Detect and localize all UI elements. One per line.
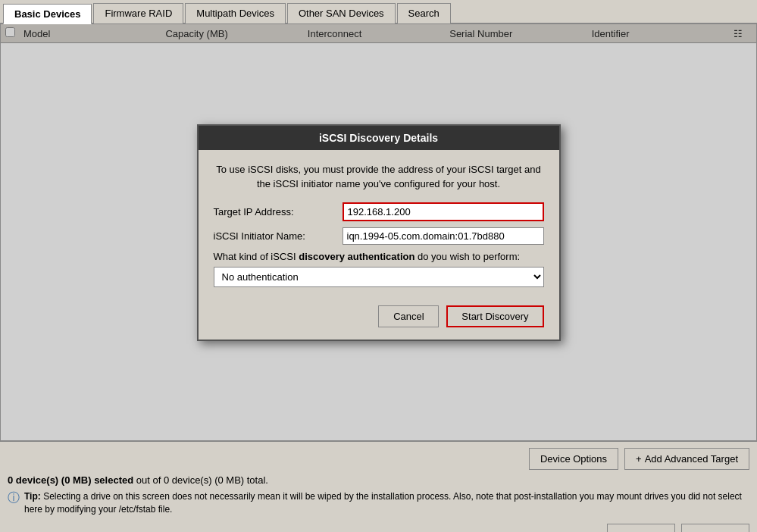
tab-multipath-devices[interactable]: Multipath Devices: [185, 3, 286, 23]
tab-other-san-devices[interactable]: Other SAN Devices: [287, 3, 396, 23]
target-ip-input[interactable]: [343, 202, 544, 221]
status-selected: 0 device(s) (0 MB) selected: [8, 474, 133, 486]
modal-body: To use iSCSI disks, you must provide the…: [199, 150, 559, 340]
bottom-top-row: Device Options + Add Advanced Target: [8, 448, 749, 470]
tip-icon: ⓘ: [8, 490, 20, 506]
tab-bar: Basic Devices Firmware RAID Multipath De…: [0, 0, 757, 24]
status-total: out of 0 device(s) (0 MB) total.: [133, 474, 268, 486]
tab-basic-devices[interactable]: Basic Devices: [3, 4, 92, 24]
initiator-name-input[interactable]: [343, 227, 544, 245]
modal-title: iSCSI Discovery Details: [199, 126, 559, 150]
tip-row: ⓘ Tip: Selecting a drive on this screen …: [8, 490, 749, 516]
nav-buttons: ◀ Back Next ▶: [8, 524, 749, 532]
initiator-name-row: iSCSI Initiator Name:: [214, 227, 544, 245]
auth-select[interactable]: No authentication CHAP authentication Re…: [214, 267, 544, 287]
target-ip-row: Target IP Address:: [214, 202, 544, 221]
back-button[interactable]: ◀ Back: [607, 524, 675, 532]
next-button[interactable]: Next ▶: [681, 524, 749, 532]
modal-buttons: Cancel Start Discovery: [214, 299, 544, 327]
back-arrow-icon: ◀: [624, 530, 632, 532]
add-advanced-target-button[interactable]: + Add Advanced Target: [624, 448, 749, 470]
next-arrow-icon: ▶: [724, 530, 732, 532]
initiator-name-label: iSCSI Initiator Name:: [214, 230, 343, 242]
main-content-area: Model Capacity (MB) Interconnect Serial …: [0, 24, 757, 441]
modal-overlay: iSCSI Discovery Details To use iSCSI dis…: [1, 24, 756, 440]
auth-question: What kind of iSCSI discovery authenticat…: [214, 251, 544, 262]
target-ip-label: Target IP Address:: [214, 206, 343, 217]
tab-firmware-raid[interactable]: Firmware RAID: [93, 3, 183, 23]
bottom-bar: Device Options + Add Advanced Target 0 d…: [0, 441, 757, 532]
status-row: 0 device(s) (0 MB) selected out of 0 dev…: [8, 474, 749, 486]
cancel-button[interactable]: Cancel: [378, 305, 439, 327]
start-discovery-button[interactable]: Start Discovery: [446, 305, 543, 327]
auth-question-part2: do you wish to perform:: [414, 251, 520, 262]
iscsi-discovery-modal: iSCSI Discovery Details To use iSCSI dis…: [197, 124, 561, 341]
add-target-icon: +: [636, 453, 642, 465]
device-options-button[interactable]: Device Options: [529, 448, 618, 470]
auth-section: What kind of iSCSI discovery authenticat…: [214, 251, 544, 287]
tip-text: Selecting a drive on this screen does no…: [24, 491, 742, 515]
tip-content: Tip: Selecting a drive on this screen do…: [24, 490, 749, 516]
tab-search[interactable]: Search: [397, 3, 451, 23]
auth-question-bold: discovery authentication: [299, 251, 414, 262]
tip-label: Tip:: [24, 491, 41, 502]
add-target-label: Add Advanced Target: [645, 453, 738, 465]
modal-description: To use iSCSI disks, you must provide the…: [214, 162, 544, 192]
auth-question-part1: What kind of iSCSI: [214, 251, 299, 262]
